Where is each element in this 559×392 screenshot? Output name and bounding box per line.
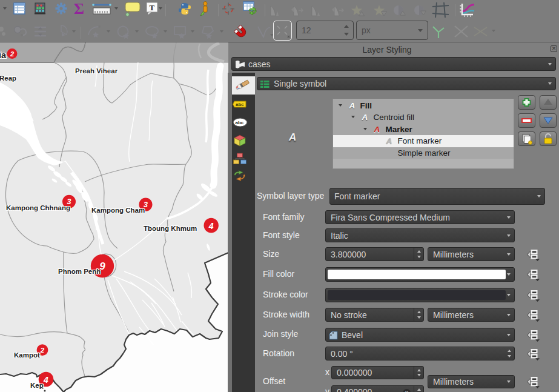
svg-text:abc: abc [236,120,244,125]
svg-text:abc: abc [236,102,244,107]
svg-text:T: T [150,3,155,12]
